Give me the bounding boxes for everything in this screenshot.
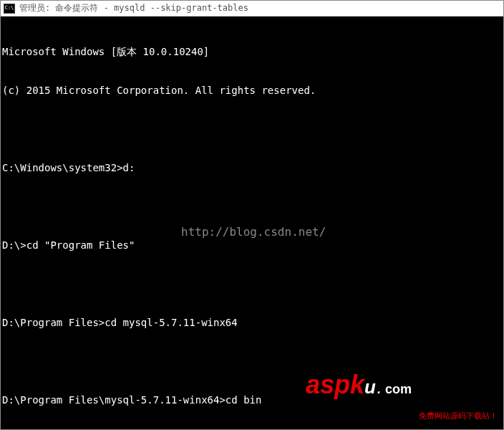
logo-com: com <box>382 381 415 398</box>
window-title: 管理员: 命令提示符 - mysqld --skip-grant-tables <box>19 2 248 14</box>
output-line <box>2 277 503 290</box>
output-line: D:\>cd "Program Files" <box>2 239 503 252</box>
site-logo: aspku.com 免费网站源码下载站！ <box>263 346 498 424</box>
output-line: (c) 2015 Microsoft Corporation. All righ… <box>2 84 503 97</box>
logo-text-u: u <box>364 376 376 398</box>
cmd-icon <box>4 4 15 14</box>
titlebar[interactable]: 管理员: 命令提示符 - mysqld --skip-grant-tables <box>1 1 503 16</box>
output-line: Microsoft Windows [版本 10.0.10240] <box>2 45 503 58</box>
output-line: D:\Program Files>cd mysql-5.7.11-winx64 <box>2 316 503 329</box>
logo-text-asp: asp <box>306 370 350 399</box>
logo-tagline: 免费网站源码下载站！ <box>419 409 498 422</box>
watermark-text: http://blog.csdn.net/ <box>181 226 326 239</box>
logo-dot: . <box>377 382 381 396</box>
output-line <box>2 123 503 135</box>
output-line: C:\Windows\system32>d: <box>2 161 503 174</box>
logo-text-k: k <box>350 370 364 399</box>
output-line <box>2 200 503 213</box>
terminal-output[interactable]: Microsoft Windows [版本 10.0.10240] (c) 20… <box>1 16 503 429</box>
